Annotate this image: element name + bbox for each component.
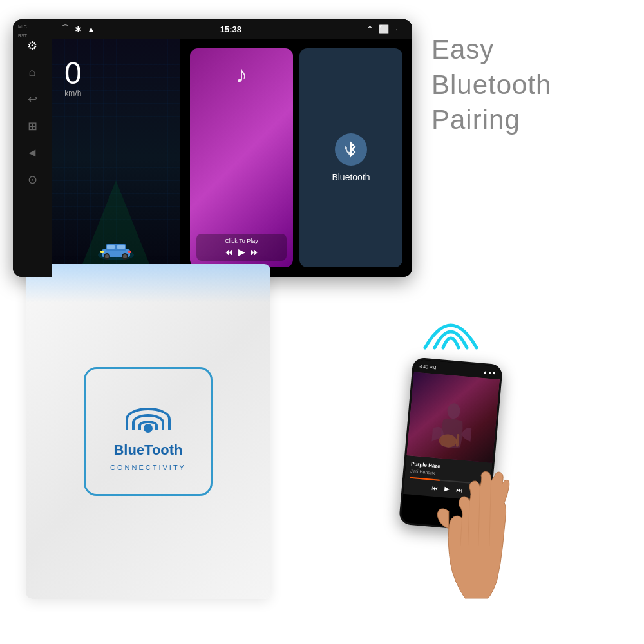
play-button[interactable]: ▶ [238,247,245,257]
right-bottom-panel: 4:40 PM ▲ ● ■ [270,264,631,528]
svg-rect-9 [100,251,104,253]
car-radio-device: MIC RST ⚙ ⌂ ↩ ⊞ ◄ ⊙ ⌒ ✱ ▲ 15:38 [13,19,412,277]
blue-strip [26,264,270,303]
svg-point-6 [105,254,109,258]
top-section: MIC RST ⚙ ⌂ ↩ ⊞ ◄ ⊙ ⌒ ✱ ▲ 15:38 [0,0,644,277]
page-wrapper: MIC RST ⚙ ⌂ ↩ ⊞ ◄ ⊙ ⌒ ✱ ▲ 15:38 [0,0,644,644]
bt-connectivity-badge: BlueTooth CONNECTIVITY [84,367,213,496]
svg-rect-10 [128,251,131,253]
text-line-1: Easy [431,34,494,64]
screen-content: 0 km/h [52,39,412,277]
bt-status-icon: ✱ [75,24,82,34]
easy-bluetooth-pairing-text: Easy Bluetooth Pairing [431,32,612,138]
app-tiles: ♪ Click To Play ⏮ ▶ ⏭ [180,39,412,277]
bottom-section: BlueTooth CONNECTIVITY [0,264,644,599]
next-button[interactable]: ⏭ [251,247,260,257]
bt-phone-icon [335,133,367,166]
phone-album-art [406,372,500,463]
music-tile[interactable]: ♪ Click To Play ⏮ ▶ ⏭ [190,48,293,267]
text-line-3: Pairing [431,104,520,135]
speed-display: 0 km/h [64,58,82,98]
bt-wifi-icon [122,392,174,437]
back-icon[interactable]: ↩ [28,92,37,106]
bt-connectivity-subtitle: CONNECTIVITY [110,464,186,471]
rst-label: RST [18,33,27,38]
home-icon[interactable]: ⌂ [29,66,36,79]
nav-icon[interactable]: ⊙ [28,173,37,187]
speed-unit: km/h [64,89,82,98]
wifi-signal-arcs [386,290,515,354]
right-text-panel: Easy Bluetooth Pairing [412,19,631,151]
text-line-2: Bluetooth [431,70,551,100]
bluetooth-label: Bluetooth [332,172,370,182]
status-left: ⌒ ✱ ▲ [61,23,95,35]
bt-connectivity-title: BlueTooth [113,442,182,459]
phone-hand-group: 4:40 PM ▲ ● ■ [406,361,496,528]
status-right: ⌃ ⬜ ← [366,24,402,34]
mic-label: MIC [18,24,27,29]
phone-signal-icons: ▲ ● ■ [482,369,495,375]
music-note-icon: ♪ [236,61,247,88]
car-svg [97,239,135,264]
signal-status-icon: ▲ [87,24,95,34]
expand-status-icon: ⌃ [366,24,374,34]
vol-down-icon[interactable]: ◄ [26,146,38,160]
click-to-play-label: Click To Play [200,238,283,244]
hand-svg [419,464,535,605]
svg-rect-4 [117,245,125,249]
music-controls: Click To Play ⏮ ▶ ⏭ [196,234,287,261]
svg-rect-3 [107,245,115,249]
svg-point-8 [123,254,127,258]
back-status-icon: ← [394,24,402,34]
packaging-box: BlueTooth CONNECTIVITY [26,264,270,599]
status-time: 15:38 [220,24,242,34]
playback-controls[interactable]: ⏮ ▶ ⏭ [200,247,283,257]
car-screen: ⌒ ✱ ▲ 15:38 ⌃ ⬜ ← [52,19,412,277]
window-status-icon: ⬜ [379,24,389,34]
side-panel: MIC RST ⚙ ⌂ ↩ ⊞ ◄ ⊙ [13,19,52,277]
settings-icon[interactable]: ⚙ [27,39,37,53]
wifi-dot [144,424,153,433]
status-bar: ⌒ ✱ ▲ 15:38 ⌃ ⬜ ← [52,19,412,39]
svg-point-11 [447,402,461,419]
speed-number: 0 [64,58,82,89]
phone-time: 4:40 PM [419,364,437,370]
dashboard-view: 0 km/h [52,39,180,277]
apps-icon[interactable]: ⊞ [28,119,37,133]
android-icon: ⌒ [61,23,70,35]
prev-button[interactable]: ⏮ [224,247,233,257]
bluetooth-tile[interactable]: Bluetooth [299,48,402,267]
